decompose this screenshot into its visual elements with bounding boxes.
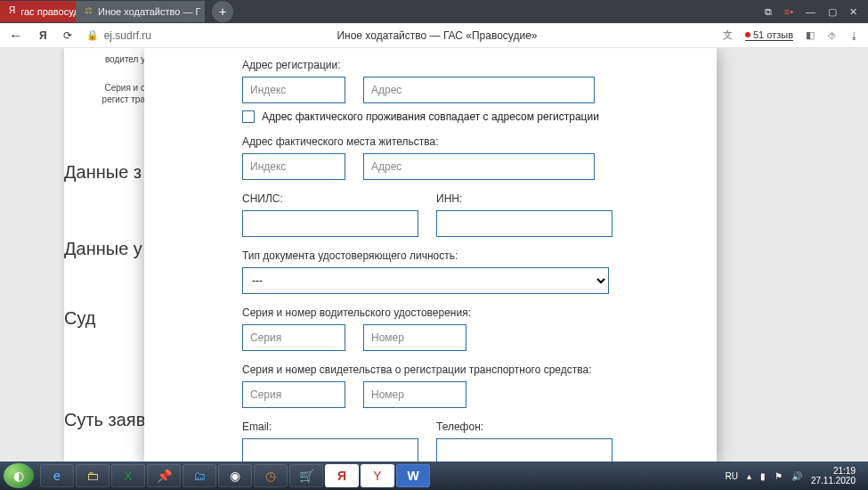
download-icon[interactable]: ⭳ bbox=[849, 30, 859, 41]
yandex-logo-icon[interactable]: Я bbox=[39, 29, 47, 42]
actual-addr-input[interactable] bbox=[363, 153, 595, 180]
tab-inactive[interactable]: Я гас правосудие официаль bbox=[0, 1, 76, 22]
lock-icon: 🔒 bbox=[86, 29, 99, 41]
task-word-icon[interactable]: W bbox=[396, 464, 430, 487]
tab-active[interactable]: ⚖ Иное ходатайство — Г ✕ bbox=[76, 1, 205, 22]
same-addr-checkbox[interactable] bbox=[242, 110, 255, 123]
yandex-icon: Я bbox=[9, 5, 15, 18]
actual-index-input[interactable] bbox=[242, 153, 345, 180]
reload-icon[interactable]: ⟳ bbox=[63, 29, 72, 42]
snils-input[interactable] bbox=[242, 210, 418, 237]
page-viewport: водител удостове Серия и свидетел регист… bbox=[0, 48, 868, 461]
form-modal: Адрес регистрации: Адрес фактического пр… bbox=[144, 48, 717, 461]
menu-dot-icon[interactable]: ≡• bbox=[784, 6, 793, 17]
browser-tabs-bar: Я гас правосудие официаль ⚖ Иное ходатай… bbox=[0, 0, 868, 23]
tray-battery-icon[interactable]: ▮ bbox=[760, 471, 766, 481]
same-addr-label: Адрес фактического проживания совпадает … bbox=[262, 110, 599, 123]
label-snils: СНИЛС: bbox=[242, 192, 418, 205]
phone-input[interactable] bbox=[436, 438, 612, 461]
section-heading: Данные з bbox=[64, 162, 142, 183]
back-icon[interactable]: ← bbox=[9, 28, 23, 44]
inn-input[interactable] bbox=[436, 210, 612, 237]
reg-addr-input[interactable] bbox=[363, 77, 595, 103]
drv-series-input[interactable] bbox=[242, 324, 345, 351]
label-veh-cert: Серия и номер свидетельства о регистраци… bbox=[242, 363, 697, 376]
copy-icon[interactable]: ⧉ bbox=[765, 6, 772, 18]
close-window-icon[interactable]: ✕ bbox=[849, 6, 857, 18]
tab-title: гас правосудие официаль bbox=[20, 6, 76, 17]
reg-index-input[interactable] bbox=[242, 77, 345, 103]
tray-flag-icon[interactable]: ⚑ bbox=[775, 471, 783, 481]
task-clock-icon[interactable]: ◷ bbox=[254, 464, 288, 487]
veh-number-input[interactable] bbox=[363, 381, 466, 408]
tray-volume-icon[interactable]: 🔊 bbox=[791, 471, 802, 481]
label-phone: Телефон: bbox=[436, 421, 612, 433]
doc-type-select[interactable]: --- bbox=[242, 267, 609, 294]
url-display[interactable]: 🔒 ej.sudrf.ru bbox=[86, 29, 151, 42]
label-doc-type: Тип документа удостоверяющего личность: bbox=[242, 249, 697, 262]
reviews-link[interactable]: 51 отзыв bbox=[745, 29, 793, 41]
clock[interactable]: 21:19 27.11.2020 bbox=[811, 466, 856, 486]
section-heading: Суть заяв bbox=[64, 410, 145, 430]
lang-indicator[interactable]: RU bbox=[725, 471, 737, 481]
tab-title: Иное ходатайство — Г bbox=[98, 6, 200, 17]
tray-chevron-icon[interactable]: ▴ bbox=[747, 471, 751, 481]
new-tab-button[interactable]: + bbox=[212, 1, 233, 22]
task-yandex-icon[interactable]: Я bbox=[325, 464, 359, 487]
page-title: Иное ходатайство — ГАС «Правосудие» bbox=[151, 29, 723, 42]
maximize-icon[interactable]: ▢ bbox=[828, 6, 837, 18]
window-controls: ⧉ ≡• — ▢ ✕ bbox=[765, 6, 868, 18]
section-heading: Данные у bbox=[64, 239, 142, 259]
task-excel-icon[interactable]: X bbox=[111, 464, 145, 487]
scales-icon: ⚖ bbox=[85, 5, 93, 18]
drv-number-input[interactable] bbox=[363, 324, 466, 351]
start-button[interactable]: ◐ bbox=[4, 463, 34, 488]
address-bar: ← Я ⟳ 🔒 ej.sudrf.ru Иное ходатайство — Г… bbox=[0, 23, 868, 48]
bookmark-icon[interactable]: ◧ bbox=[806, 29, 815, 41]
label-reg-addr: Адрес регистрации: bbox=[242, 59, 697, 71]
task-pin-icon[interactable]: 📌 bbox=[147, 464, 181, 487]
minimize-icon[interactable]: — bbox=[806, 6, 815, 17]
url-host: ej.sudrf.ru bbox=[104, 29, 151, 42]
extension-icon[interactable]: ⯑ bbox=[827, 30, 837, 41]
windows-taskbar: ◐ e 🗀 X 📌 🗂 ◉ ◷ 🛒 Я Y W RU ▴ ▮ ⚑ 🔊 21:19… bbox=[0, 461, 868, 490]
task-cart-icon[interactable]: 🛒 bbox=[289, 464, 323, 487]
label-email: Email: bbox=[242, 421, 418, 433]
task-explorer-icon[interactable]: 🗀 bbox=[76, 464, 110, 487]
task-ybrowser-icon[interactable]: Y bbox=[361, 464, 394, 487]
veh-series-input[interactable] bbox=[242, 381, 345, 408]
label-inn: ИНН: bbox=[436, 192, 612, 205]
section-heading: Суд bbox=[64, 308, 95, 329]
label-actual-addr: Адрес фактического места жительства: bbox=[242, 135, 697, 148]
task-folder-icon[interactable]: 🗂 bbox=[183, 464, 216, 487]
task-chrome-icon[interactable]: ◉ bbox=[218, 464, 252, 487]
email-input[interactable] bbox=[242, 438, 418, 461]
label-drv-lic: Серия и номер водительского удостоверени… bbox=[242, 306, 697, 319]
translate-icon[interactable]: 文 bbox=[723, 29, 733, 42]
task-ie-icon[interactable]: e bbox=[40, 464, 74, 487]
